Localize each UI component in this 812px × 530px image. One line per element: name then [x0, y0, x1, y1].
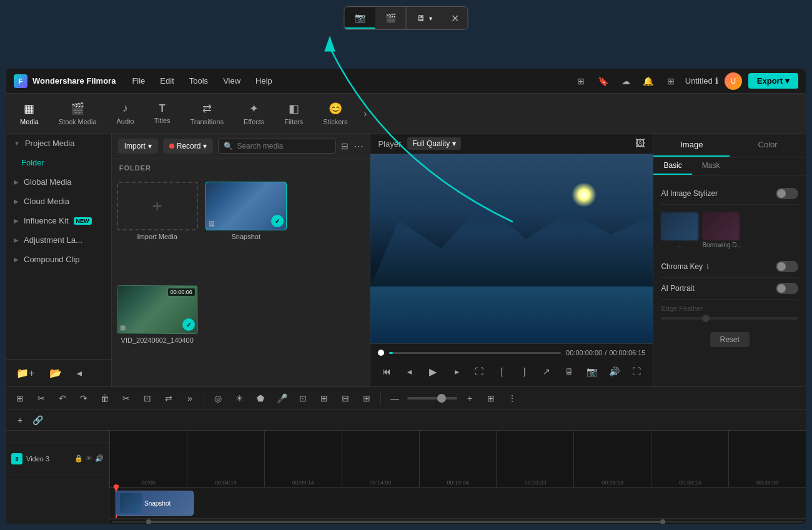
- quality-select[interactable]: Full Quality ▾: [407, 137, 461, 150]
- zoom-out-button[interactable]: —: [386, 390, 404, 407]
- transition-timeline-icon[interactable]: ⊞: [358, 390, 375, 407]
- cut-button[interactable]: ✂: [117, 390, 135, 407]
- frame-forward-button[interactable]: ▸: [448, 363, 465, 380]
- preview-window-button[interactable]: 🖥: [560, 363, 578, 380]
- redo-button[interactable]: ↷: [75, 390, 92, 407]
- track-eye-icon[interactable]: 👁: [86, 454, 92, 463]
- progress-track[interactable]: [389, 352, 561, 354]
- zoom-in-button[interactable]: +: [461, 390, 478, 407]
- select-tool-button[interactable]: ⊞: [11, 390, 29, 407]
- sidebar-item-global-media[interactable]: ▶ Global Media: [6, 172, 111, 192]
- media-search-bar[interactable]: 🔍: [218, 139, 336, 154]
- timeline-settings-button[interactable]: ⋮: [503, 390, 521, 407]
- zoom-slider-thumb[interactable]: [437, 394, 446, 403]
- sticker-timeline-icon[interactable]: ⊟: [337, 390, 354, 407]
- stylizer-thumb-2[interactable]: Borrowing D...: [702, 212, 741, 248]
- settings-button[interactable]: ⛶: [628, 363, 645, 380]
- scroll-thumb-right[interactable]: [660, 519, 665, 524]
- scroll-thumb-left[interactable]: [146, 519, 151, 524]
- ai-portrait-toggle[interactable]: [776, 283, 798, 294]
- color-grading-icon[interactable]: ☀: [230, 390, 248, 407]
- snapshot-thumbnail[interactable]: 🖼 ✓: [205, 182, 287, 230]
- mark-in-button[interactable]: [: [493, 363, 510, 380]
- sidebar-item-folder[interactable]: Folder: [6, 153, 111, 172]
- play-button[interactable]: ▶: [423, 361, 443, 381]
- sidebar-item-project-media[interactable]: ▼ Project Media: [6, 134, 111, 153]
- ripple-edit-button[interactable]: ⇄: [160, 390, 177, 407]
- toolbar-item-media[interactable]: ▦ Media: [11, 98, 47, 129]
- tab-image[interactable]: Image: [653, 134, 730, 157]
- sidebar-item-adjustment[interactable]: ▶ Adjustment La...: [6, 230, 111, 250]
- export-frame-button[interactable]: ↗: [538, 363, 555, 380]
- subtitle-icon[interactable]: ⊡: [294, 390, 312, 407]
- menu-tools[interactable]: Tools: [183, 74, 214, 88]
- close-toolbar-button[interactable]: ✕: [442, 7, 468, 29]
- shape-icon[interactable]: ⬟: [252, 390, 269, 407]
- snapshot-button[interactable]: 📷: [583, 363, 600, 380]
- search-input[interactable]: [237, 142, 330, 150]
- skip-to-start-button[interactable]: ⏮: [378, 363, 395, 380]
- more-tools-button[interactable]: »: [181, 390, 199, 407]
- sidebar-item-influence-kit[interactable]: ▶ Influence Kit NEW: [6, 211, 111, 230]
- mark-out-button[interactable]: ]: [515, 363, 533, 380]
- snapshot-media-item[interactable]: 🖼 ✓ Snapshot: [205, 182, 287, 278]
- toolbar-item-effects[interactable]: ✦ Effects: [235, 98, 273, 129]
- chroma-key-toggle[interactable]: [776, 261, 798, 272]
- undo-button[interactable]: ↶: [54, 390, 71, 407]
- import-placeholder[interactable]: +: [117, 182, 198, 230]
- add-folder-icon[interactable]: 📁+: [11, 365, 39, 381]
- upload-icon[interactable]: ☁: [618, 73, 634, 89]
- layout-options-button[interactable]: ⊞: [482, 390, 500, 407]
- ai-image-stylizer-toggle[interactable]: [776, 188, 798, 199]
- chroma-key-info-icon[interactable]: ℹ: [706, 263, 709, 271]
- playhead-dot[interactable]: [378, 350, 384, 356]
- toolbar-item-transitions[interactable]: ⇄ Transitions: [182, 98, 232, 129]
- motion-icon[interactable]: ◎: [209, 390, 227, 407]
- notification-icon[interactable]: 🔔: [640, 73, 656, 89]
- add-track-button[interactable]: +: [11, 411, 29, 429]
- import-button[interactable]: Import ▾: [118, 139, 158, 154]
- preview-image-btn[interactable]: 🖼: [635, 138, 645, 149]
- toolbar-item-stock-media[interactable]: 🎬 Stock Media: [50, 98, 106, 129]
- toolbar-more-chevron[interactable]: ›: [359, 104, 372, 124]
- frame-back-button[interactable]: ◂: [400, 363, 418, 380]
- snapshot-mode-button[interactable]: 📷: [345, 7, 375, 29]
- user-avatar[interactable]: U: [725, 72, 742, 90]
- edge-feather-slider[interactable]: [661, 317, 798, 320]
- record-button[interactable]: Record ▾: [163, 139, 214, 154]
- fullscreen-button[interactable]: ⛶: [470, 363, 488, 380]
- collapse-sidebar-icon[interactable]: ◂: [72, 365, 87, 381]
- edge-feather-thumb[interactable]: [702, 315, 710, 322]
- bookmark-icon[interactable]: 🔖: [595, 73, 611, 89]
- split-button[interactable]: ⊡: [139, 390, 156, 407]
- screen-capture-button[interactable]: 🖥 ▾: [407, 8, 442, 28]
- menu-file[interactable]: File: [126, 74, 151, 88]
- video-media-item[interactable]: 00:00:06 ▦ ✓ VID_20240602_140400: [117, 285, 198, 381]
- filter-icon[interactable]: ⊟: [341, 141, 349, 151]
- razor-tool-button[interactable]: ✂: [32, 390, 50, 407]
- sidebar-item-compound-clip[interactable]: ▶ Compound Clip: [6, 250, 111, 269]
- more-options-icon[interactable]: ⋯: [354, 140, 364, 152]
- fit-to-window-icon[interactable]: ⊞: [573, 73, 589, 89]
- toolbar-item-titles[interactable]: T Titles: [146, 99, 179, 128]
- toolbar-item-audio[interactable]: ♪ Audio: [108, 98, 143, 129]
- toolbar-item-stickers[interactable]: 😊 Stickers: [314, 98, 356, 129]
- track-lock-icon[interactable]: 🔒: [74, 454, 83, 463]
- mic-icon[interactable]: 🎤: [273, 390, 290, 407]
- video-thumbnail[interactable]: 00:00:06 ▦ ✓: [117, 285, 198, 334]
- menu-help[interactable]: Help: [249, 74, 279, 88]
- stylizer-thumb-1[interactable]: ...: [661, 212, 698, 248]
- grid-icon[interactable]: ⊞: [663, 73, 679, 89]
- record-mode-button[interactable]: 🎬: [375, 8, 406, 28]
- ai-tools-icon[interactable]: ⊞: [315, 390, 333, 407]
- menu-edit[interactable]: Edit: [154, 74, 180, 88]
- sub-tab-mask[interactable]: Mask: [692, 157, 730, 175]
- menu-view[interactable]: View: [217, 74, 247, 88]
- toolbar-item-filters[interactable]: ◧ Filters: [275, 98, 312, 129]
- import-media-item[interactable]: + Import Media: [117, 182, 198, 278]
- sub-tab-basic[interactable]: Basic: [653, 157, 691, 175]
- scroll-track[interactable]: [112, 521, 803, 523]
- snapshot-clip[interactable]: Snapshot: [116, 491, 194, 516]
- export-button[interactable]: Export ▾: [748, 73, 798, 89]
- tab-color[interactable]: Color: [730, 134, 806, 157]
